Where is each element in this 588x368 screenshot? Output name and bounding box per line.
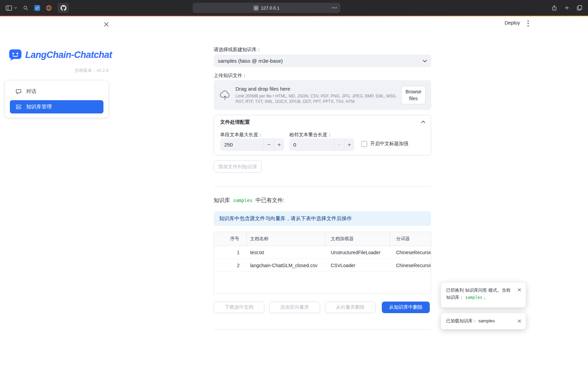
- table-header-loader[interactable]: 文档加载器: [325, 232, 390, 246]
- files-table[interactable]: 序号 文档名称 文档加载器 分词器 1 test.txt Unstructure…: [214, 232, 431, 294]
- zh-title-enhance-checkbox[interactable]: 开启中文标题加强: [361, 141, 408, 147]
- menu-item-label: 对话: [26, 88, 36, 95]
- cell-filename: test.txt: [247, 246, 325, 259]
- info-banner: 知识库中包含源文件与向量库，请从下表中选择文件后操作: [214, 211, 431, 226]
- kb-selectbox[interactable]: samples (faiss @ m3e-base): [214, 55, 431, 67]
- download-selected-button[interactable]: 下载选中文档: [214, 302, 264, 313]
- toast-kb-code: samples: [465, 295, 483, 300]
- cell-splitter: ChineseRecursiveT: [390, 259, 431, 272]
- kb-selectbox-value: samples (faiss @ m3e-base): [218, 58, 283, 64]
- cell-index: 2: [214, 259, 247, 272]
- chat-bubble-icon: [16, 89, 21, 94]
- kb-files-heading: 知识库 samples 中已有文件:: [214, 197, 284, 204]
- browse-files-button[interactable]: Browse files: [401, 86, 426, 104]
- divider: [214, 329, 431, 329]
- delete-from-kb-button[interactable]: 从知识库中删除: [382, 302, 430, 313]
- menu-item-dialogue[interactable]: 对话: [10, 85, 103, 98]
- add-files-to-kb-button[interactable]: 添加文件到知识库: [214, 160, 262, 173]
- table-actions: 下载选中文档 添加至向量库 从向量库删除 从知识库中删除: [214, 302, 431, 313]
- url-text: 127.0.0.1: [261, 5, 279, 11]
- chunk-size-value: 250: [220, 138, 264, 151]
- chunk-size-input[interactable]: 250 − +: [220, 138, 284, 151]
- cell-loader: UnstructuredFileLoader: [325, 246, 390, 259]
- dropzone-limit-text: Limit 200MB per file • HTML, MD, JSON, C…: [235, 93, 398, 104]
- page-content: 请选择或新建知识库： samples (faiss @ m3e-base) 上传…: [214, 16, 431, 368]
- kb-name-code: samples: [233, 198, 252, 203]
- chevron-down-icon: [14, 7, 17, 9]
- checkbox-box[interactable]: [361, 141, 367, 147]
- github-icon: [61, 5, 66, 11]
- pinned-tab-orange-icon[interactable]: [46, 5, 52, 11]
- version-text: 当前版本：v0.2.4: [0, 67, 109, 74]
- toast-close-button[interactable]: [516, 287, 522, 293]
- chunk-plus-button[interactable]: +: [274, 138, 284, 151]
- close-icon: [518, 319, 521, 323]
- table-header-row: 序号 文档名称 文档加载器 分词器: [214, 232, 431, 246]
- table-row[interactable]: 1 test.txt UnstructuredFileLoader Chines…: [214, 246, 431, 259]
- page-settings-icon[interactable]: [332, 7, 337, 9]
- chunk-minus-button[interactable]: −: [264, 138, 274, 151]
- search-icon[interactable]: [23, 5, 29, 11]
- tab-overview-icon[interactable]: [576, 5, 583, 11]
- chatchat-logo-icon: [9, 48, 22, 62]
- checkbox-label: 开启中文标题加强: [370, 141, 408, 147]
- dropzone-title: Drag and drop files here: [235, 86, 401, 92]
- menu-item-label: 知识库管理: [26, 104, 52, 110]
- expander-title: 文件处理配置: [220, 119, 250, 125]
- table-row[interactable]: 2 langchain-ChatGLM_closed.csv CSVLoader…: [214, 259, 431, 272]
- toast-mode-switched: 已切换到 知识库问答 模式。当前知识库：samples。: [441, 282, 526, 308]
- cell-index: 1: [214, 246, 247, 259]
- share-icon[interactable]: [551, 4, 557, 11]
- delete-from-vectorstore-button[interactable]: 从向量库删除: [325, 302, 376, 313]
- add-to-vectorstore-button[interactable]: 添加至向量库: [269, 302, 320, 313]
- kb-stack-icon: [16, 104, 21, 110]
- sidebar-close-button[interactable]: [103, 21, 110, 28]
- menu-item-knowledge-base[interactable]: 知识库管理: [10, 100, 103, 114]
- toast-text-suffix: 。: [484, 295, 488, 300]
- new-tab-plus-icon[interactable]: [564, 5, 570, 11]
- file-dropzone[interactable]: Drag and drop files here Limit 200MB per…: [214, 80, 431, 110]
- toast-kb-loaded: 已加载知识库： samples: [441, 313, 526, 329]
- close-icon: [518, 288, 521, 292]
- toast-close-button[interactable]: [516, 318, 522, 324]
- divider: [214, 186, 431, 187]
- overlap-minus-button[interactable]: −: [334, 138, 344, 151]
- toast-text: 已加载知识库： samples: [446, 318, 495, 325]
- cell-splitter: ChineseRecursiveT: [390, 246, 431, 259]
- github-tab[interactable]: [58, 3, 69, 13]
- sidebar-toggle-icon[interactable]: [5, 5, 17, 11]
- overflow-menu-icon[interactable]: [525, 20, 531, 27]
- cloud-upload-icon: [219, 90, 231, 100]
- chevron-down-icon: [423, 60, 427, 62]
- overlap-size-label: 相邻文本重合长度：: [289, 132, 332, 138]
- url-bar[interactable]: 127.0.0.1: [193, 3, 340, 13]
- close-icon: [104, 22, 109, 27]
- app-logo: LangChain-Chatchat: [9, 48, 112, 62]
- pinned-tab-blue-icon[interactable]: [34, 5, 40, 11]
- cell-loader: CSVLoader: [325, 259, 390, 272]
- kb-select-label: 请选择或新建知识库：: [214, 47, 261, 53]
- heading-prefix: 知识库: [214, 197, 230, 204]
- heading-suffix: 中已有文件:: [256, 197, 284, 204]
- overlap-size-value: 0: [289, 138, 334, 151]
- site-favicon: [254, 5, 259, 11]
- cell-filename: langchain-ChatGLM_closed.csv: [247, 259, 325, 272]
- expander-header[interactable]: 文件处理配置: [214, 115, 431, 129]
- app-logo-text: LangChain-Chatchat: [25, 50, 112, 60]
- table-header-index[interactable]: 序号: [214, 232, 247, 246]
- overlap-plus-button[interactable]: +: [344, 138, 354, 151]
- upload-label: 上传知识文件：: [214, 73, 247, 79]
- chevron-up-icon: [421, 121, 425, 123]
- file-config-expander: 文件处理配置 单段文本最大长度： 相邻文本重合长度： 250 − + 0 − +…: [214, 115, 431, 155]
- table-header-filename[interactable]: 文档名称: [247, 232, 325, 246]
- overlap-size-input[interactable]: 0 − +: [289, 138, 354, 151]
- deploy-button[interactable]: Deploy: [505, 20, 520, 26]
- chunk-size-label: 单段文本最大长度：: [220, 132, 263, 138]
- browser-topbar: 127.0.0.1: [0, 0, 588, 16]
- table-header-splitter[interactable]: 分词器: [390, 232, 431, 246]
- dropzone-texts: Drag and drop files here Limit 200MB per…: [235, 86, 401, 104]
- sidebar-menu: 对话 知识库管理: [5, 81, 108, 118]
- sidebar: LangChain-Chatchat 当前版本：v0.2.4 对话 知识库管理: [0, 16, 113, 368]
